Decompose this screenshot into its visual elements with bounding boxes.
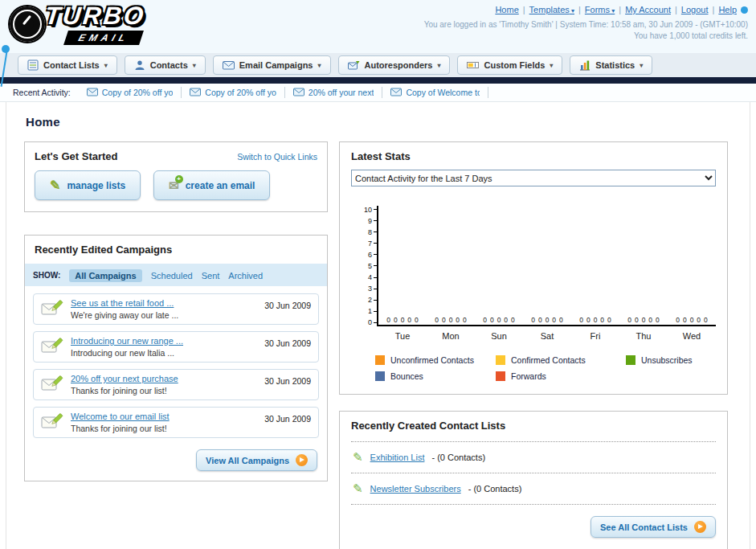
- main-nav-tabbar: Contact Lists▾Contacts▾Email Campaigns▾A…: [0, 53, 756, 77]
- arrow-circle-icon: [296, 454, 308, 466]
- contact-list-item: ✎Exhibition List - (0 Contacts): [351, 442, 716, 473]
- campaign-subtitle: We're giving away our late ...: [71, 310, 257, 320]
- envelope-pencil-icon: [41, 337, 63, 357]
- y-tick: 1: [368, 308, 377, 315]
- top-link-templates[interactable]: Templates ▾: [529, 5, 574, 14]
- campaign-row: 20% off your next purchaseThanks for joi…: [33, 369, 319, 400]
- legend-swatch: [496, 371, 505, 381]
- campaign-title-link[interactable]: Introducing our new range ...: [71, 336, 257, 346]
- latest-stats-title: Latest Stats: [351, 150, 716, 162]
- switch-to-quick-links-link[interactable]: Switch to Quick Links: [237, 152, 317, 162]
- legend-item-unsubscribes: Unsubscribes: [626, 355, 716, 365]
- chart-group: 00000: [619, 206, 668, 325]
- recent-activity-link[interactable]: 20% off your next: [309, 88, 374, 97]
- recent-activity-link[interactable]: Copy of Welcome to: [406, 88, 480, 97]
- pencil-icon: ✎: [353, 481, 363, 496]
- recently-created-contact-lists-panel: Recently Created Contact Lists ✎Exhibiti…: [339, 411, 728, 549]
- x-tick-label: Thu: [619, 331, 668, 341]
- envelope-icon: [190, 88, 201, 98]
- chart-group: 00000: [475, 206, 523, 325]
- show-tab-sent[interactable]: Sent: [202, 271, 220, 281]
- recent-activity-item[interactable]: Copy of 20% off yo: [79, 87, 182, 98]
- envelope-pencil-icon: [41, 412, 63, 432]
- tab-statistics[interactable]: Statistics▾: [570, 55, 652, 75]
- lets-get-started-panel: Let's Get Started Switch to Quick Links …: [24, 141, 328, 212]
- top-link-home[interactable]: Home: [495, 5, 518, 14]
- data-labels: 00000: [435, 316, 467, 325]
- recent-activity-item[interactable]: Copy of Welcome to: [382, 87, 488, 98]
- autoresponders-icon: [348, 60, 360, 71]
- show-tab-archived[interactable]: Archived: [228, 271, 263, 281]
- y-tick: 3: [368, 285, 377, 293]
- recently-edited-campaigns-panel: Recently Edited Campaigns SHOW: All Camp…: [24, 235, 328, 481]
- campaign-row: Introducing our new range ...Introducing…: [33, 331, 319, 363]
- speedometer-icon: [10, 6, 45, 42]
- manage-lists-button[interactable]: ✎ manage lists: [35, 170, 141, 200]
- arrow-circle-icon: [694, 521, 706, 533]
- top-link-my-account[interactable]: My Account: [625, 5, 671, 14]
- contact-list-link[interactable]: Newsletter Subscribers: [370, 484, 461, 494]
- campaign-title-link[interactable]: Welcome to our email list: [71, 412, 257, 421]
- nav-divider-bar: [0, 77, 756, 84]
- legend-swatch: [375, 355, 385, 365]
- data-labels: 00000: [386, 316, 419, 325]
- campaign-title-link[interactable]: 20% off your next purchase: [71, 374, 257, 383]
- contact-activity-chart: 109876543210 000000000000000000000000000…: [351, 206, 716, 341]
- logo-text: TURBO: [43, 2, 147, 31]
- chart-plot-area: 00000000000000000000000000000000000: [377, 206, 716, 326]
- x-tick-label: Sun: [475, 331, 523, 341]
- content-area: Home Let's Get Started Switch to Quick L…: [6, 102, 750, 549]
- latest-stats-panel: Latest Stats Contact Activity for the La…: [339, 141, 728, 395]
- campaign-row: Welcome to our email listThanks for join…: [33, 407, 319, 438]
- recent-activity-items: Copy of 20% off yoCopy of 20% off yo20% …: [79, 87, 489, 98]
- create-an-email-button[interactable]: ✉+ create an email: [153, 170, 270, 200]
- blue-dot-icon: [741, 6, 748, 14]
- contact-list-item: ✎Newsletter Subscribers - (0 Contacts): [351, 473, 716, 505]
- chart-legend: Unconfirmed ContactsConfirmed ContactsUn…: [375, 355, 716, 381]
- recent-activity-link[interactable]: Copy of 20% off yo: [102, 88, 174, 97]
- contact-list-link[interactable]: Exhibition List: [370, 453, 425, 462]
- right-column: Latest Stats Contact Activity for the La…: [339, 141, 728, 549]
- envelope-icon: [390, 88, 402, 98]
- tab-email-campaigns[interactable]: Email Campaigns▾: [213, 55, 331, 75]
- page: TURBO EMAIL Home|Templates ▾|Forms ▾|My …: [0, 0, 756, 549]
- tab-autoresponders[interactable]: Autoresponders▾: [338, 55, 451, 75]
- x-tick-label: Wed: [668, 331, 716, 341]
- campaign-text: Introducing our new range ...Introducing…: [71, 336, 257, 358]
- recent-activity-item[interactable]: 20% off your next: [285, 87, 383, 98]
- campaign-subtitle: Thanks for joining our list!: [71, 424, 257, 433]
- see-all-contact-lists-button[interactable]: See All Contact Lists: [590, 516, 716, 538]
- turbo-email-logo[interactable]: TURBO EMAIL: [8, 3, 233, 50]
- contacts-icon: [134, 59, 145, 71]
- chart-y-axis: 109876543210: [356, 206, 377, 326]
- y-tick: 0: [368, 319, 377, 326]
- data-labels: 00000: [531, 316, 563, 325]
- campaign-date: 30 Jun 2009: [264, 412, 311, 424]
- legend-swatch: [626, 355, 635, 365]
- recent-activity-link[interactable]: Copy of 20% off yo: [205, 88, 276, 97]
- show-tab-scheduled[interactable]: Scheduled: [151, 271, 193, 281]
- show-label: SHOW:: [33, 271, 60, 280]
- campaign-title-link[interactable]: See us at the retail food ...: [71, 298, 257, 308]
- tab-custom-fields[interactable]: Custom Fields▾: [457, 55, 562, 75]
- show-tab-all-campaigns[interactable]: All Campaigns: [69, 269, 141, 282]
- envelope-pencil-icon: [41, 375, 63, 395]
- create-email-label: create an email: [186, 180, 255, 191]
- chart-x-axis-labels: TueMonSunSatFriThuWed: [378, 326, 716, 341]
- x-tick-label: Tue: [378, 331, 427, 341]
- stats-activity-select[interactable]: Contact Activity for the Last 7 Days: [351, 170, 716, 186]
- recent-activity-label: Recent Activity:: [13, 88, 71, 97]
- tab-contacts[interactable]: Contacts▾: [125, 55, 206, 75]
- campaigns-filter-strip: SHOW: All CampaignsScheduledSentArchived: [25, 264, 327, 286]
- get-started-title: Let's Get Started: [35, 150, 118, 162]
- legend-item-confirmed-contacts: Confirmed Contacts: [496, 355, 626, 365]
- top-link-forms[interactable]: Forms ▾: [585, 5, 615, 14]
- top-link-logout[interactable]: Logout: [681, 5, 709, 14]
- y-tick: 7: [368, 240, 377, 247]
- top-link-help[interactable]: Help: [718, 5, 737, 14]
- tab-contact-lists[interactable]: Contact Lists▾: [18, 55, 117, 75]
- contact-lists-panel-title: Recently Created Contact Lists: [351, 420, 716, 432]
- recent-activity-item[interactable]: Copy of 20% off yo: [182, 87, 285, 98]
- contact-list-count: - (0 Contacts): [431, 453, 485, 462]
- view-all-campaigns-button[interactable]: View All Campaigns: [196, 449, 317, 471]
